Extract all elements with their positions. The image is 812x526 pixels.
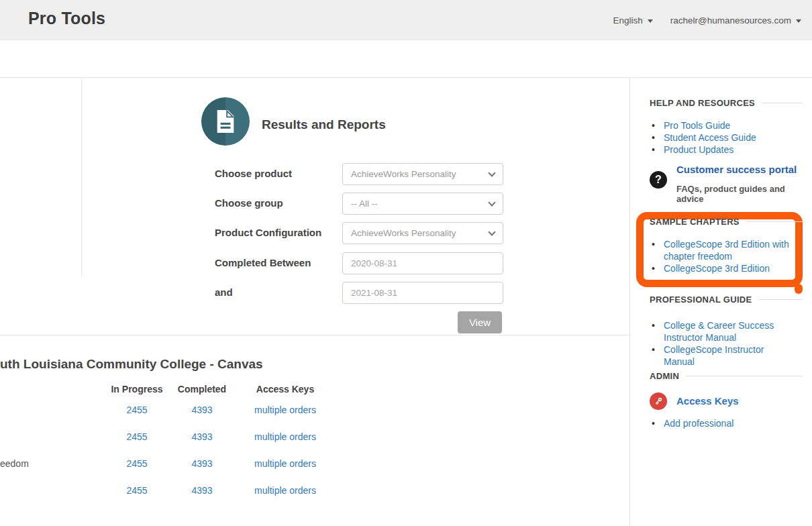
sidebar-divider — [629, 77, 630, 526]
report-document-icon — [201, 97, 250, 146]
user-account-dropdown[interactable]: rachelr@humanesources.com — [670, 15, 801, 25]
product-configuration-value: AchieveWorks Personality — [351, 228, 489, 238]
product-updates-link[interactable]: Product Updates — [664, 144, 733, 155]
pro-tools-guide-link[interactable]: Pro Tools Guide — [664, 120, 730, 131]
and-label: and — [215, 286, 340, 298]
language-dropdown[interactable]: English — [613, 15, 652, 25]
report-group-title: uth Louisiana Community College - Canvas — [0, 357, 263, 372]
choose-group-select[interactable]: -- All -- — [342, 193, 503, 215]
page-title: Results and Reports — [262, 117, 386, 132]
list-item: Add professional — [650, 417, 792, 429]
completed-link[interactable]: 4393 — [191, 405, 212, 415]
collegescope-3rd-edition-link[interactable]: CollegeScope 3rd Edition — [664, 263, 770, 274]
page: Pro Tools English rachelr@humanesources.… — [0, 0, 812, 526]
product-configuration-select[interactable]: AchieveWorks Personality — [342, 222, 503, 244]
product-configuration-label: Product Configuration — [215, 227, 340, 238]
access-keys-link[interactable]: multiple orders — [254, 485, 316, 496]
choose-product-select[interactable]: AchieveWorks Personality — [342, 163, 503, 185]
list-item: CollegeScope Instructor Manual — [650, 344, 791, 368]
list-item: CollegeScope 3rd Edition with chapter fr… — [650, 238, 795, 262]
chevron-down-icon — [648, 19, 653, 23]
admin-heading: ADMIN — [650, 371, 803, 381]
chevron-down-icon — [796, 19, 801, 23]
language-label: English — [613, 15, 642, 25]
add-professional-link[interactable]: Add professional — [664, 418, 733, 429]
view-button[interactable]: View — [458, 311, 502, 333]
key-icon — [650, 392, 667, 410]
customer-success-portal-link[interactable]: Customer success portal — [676, 164, 797, 175]
column-header-completed: Completed — [162, 384, 242, 394]
collegescope-instructor-manual-link[interactable]: CollegeScope Instructor Manual — [664, 344, 764, 367]
column-header-access-keys: Access Keys — [245, 384, 325, 394]
list-item: CollegeScope 3rd Edition — [650, 262, 795, 274]
list-item: Pro Tools Guide — [650, 119, 792, 132]
professional-guide-list: College & Career Success Instructor Manu… — [650, 319, 791, 368]
date-from-input[interactable] — [342, 252, 503, 274]
left-panel-border — [81, 77, 82, 276]
access-keys-link[interactable]: multiple orders — [254, 431, 316, 442]
sample-chapters-list: CollegeScope 3rd Edition with chapter fr… — [650, 238, 795, 274]
choose-group-value: -- All -- — [351, 199, 489, 209]
question-mark-icon: ? — [650, 171, 667, 189]
help-resources-list: Pro Tools Guide Student Access Guide Pro… — [650, 119, 792, 156]
completed-link[interactable]: 4393 — [191, 431, 212, 442]
completed-link[interactable]: 4393 — [191, 458, 212, 469]
in-progress-link[interactable]: 2455 — [126, 431, 147, 442]
list-item: Product Updates — [650, 144, 792, 156]
choose-product-label: Choose product — [215, 168, 340, 179]
access-keys-link[interactable]: multiple orders — [254, 458, 316, 469]
header-controls: English rachelr@humanesources.com — [613, 0, 801, 40]
student-access-guide-link[interactable]: Student Access Guide — [664, 132, 756, 143]
top-header-bar: Pro Tools English rachelr@humanesources.… — [0, 0, 812, 40]
access-keys-admin-link[interactable]: Access Keys — [676, 395, 739, 407]
chevron-down-icon — [488, 199, 495, 206]
list-item: College & Career Success Instructor Manu… — [650, 319, 791, 344]
access-keys-link[interactable]: multiple orders — [254, 405, 316, 415]
date-to-input[interactable] — [342, 282, 503, 304]
form-bottom-divider — [0, 335, 629, 335]
completed-link[interactable]: 4393 — [191, 485, 212, 496]
list-item: Student Access Guide — [650, 132, 792, 144]
in-progress-link[interactable]: 2455 — [126, 458, 147, 469]
help-resources-heading: HELP AND RESOURCES — [650, 98, 803, 108]
admin-list: Add professional — [650, 417, 792, 429]
content-top-border — [0, 77, 812, 78]
chevron-down-icon — [488, 169, 495, 176]
user-email-label: rachelr@humanesources.com — [670, 15, 791, 25]
college-career-success-manual-link[interactable]: College & Career Success Instructor Manu… — [664, 320, 774, 343]
choose-product-value: AchieveWorks Personality — [351, 169, 489, 179]
choose-group-label: Choose group — [215, 197, 340, 209]
portal-subtitle: FAQs, product guides and advice — [676, 184, 812, 204]
collegescope-chapter-freedom-link[interactable]: CollegeScope 3rd Edition with chapter fr… — [664, 239, 789, 262]
in-progress-link[interactable]: 2455 — [126, 485, 147, 496]
in-progress-link[interactable]: 2455 — [126, 405, 147, 415]
chevron-down-icon — [488, 228, 495, 235]
sample-chapters-heading: SAMPLE CHAPTERS — [650, 217, 803, 227]
row-label-truncated: eedom — [0, 458, 29, 469]
highlight-annotation-stroke-end — [795, 284, 803, 294]
completed-between-label: Completed Between — [215, 257, 340, 268]
app-title: Pro Tools — [28, 9, 105, 28]
document-icon — [213, 108, 238, 135]
professional-guide-heading: PROFESSIONAL GUIDE — [650, 295, 803, 305]
